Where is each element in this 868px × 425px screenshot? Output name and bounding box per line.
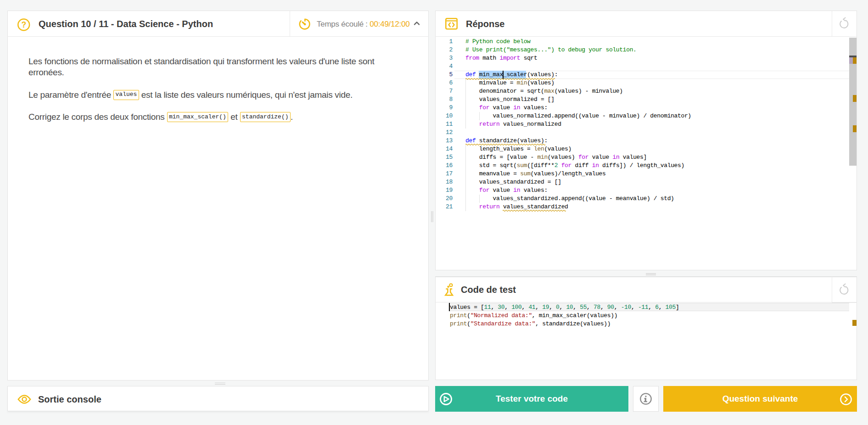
svg-text:?: ? — [21, 20, 26, 29]
